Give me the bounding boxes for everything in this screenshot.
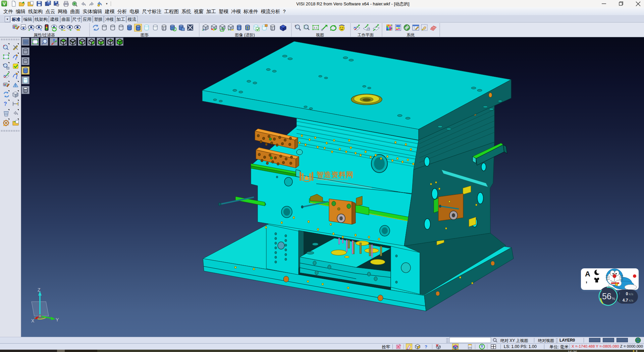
svg-text:?: ?: [425, 344, 427, 349]
svg-text:Y: Y: [56, 317, 59, 322]
svg-text:1:1: 1:1: [314, 26, 318, 29]
svg-text:Z: Z: [38, 287, 41, 293]
svg-text:%: %: [612, 297, 615, 301]
svg-text:+: +: [61, 28, 63, 32]
svg-text:X: X: [31, 318, 35, 323]
svg-text:±: ±: [3, 63, 4, 66]
svg-text:+: +: [28, 28, 30, 32]
svg-text:?: ?: [4, 101, 7, 107]
svg-text:+: +: [69, 28, 71, 32]
svg-text:+: +: [228, 28, 230, 32]
svg-text:56: 56: [602, 292, 611, 301]
